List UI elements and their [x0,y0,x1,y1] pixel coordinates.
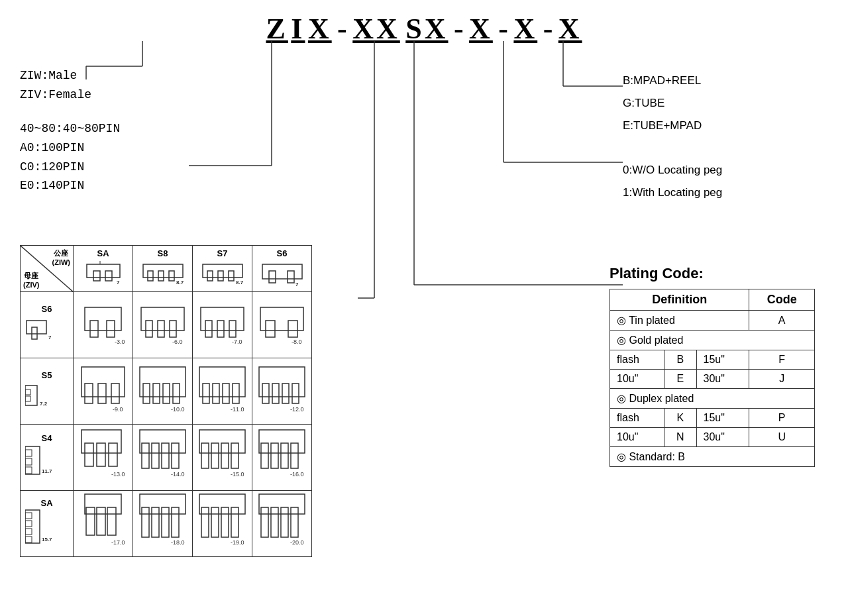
svg-rect-52 [288,321,297,337]
svg-rect-117 [97,507,105,535]
duplex-15u-code: P [749,409,815,428]
plating-table: Definition Code ◎ Tin plated A ◎ Gold pl… [610,289,815,467]
svg-rect-51 [266,321,275,337]
cell-s5-s8: -10.0 [133,358,193,425]
pin-label-3: C0:120PIN [20,158,120,177]
svg-rect-31 [288,271,294,283]
code-dash-4: - [541,13,556,45]
svg-rect-113 [25,537,32,542]
conn-s4-s8: -14.0 [138,427,187,486]
gold-flash-label: flash [610,350,664,370]
conn-s6-s6: -8.0 [257,297,307,350]
row-label-s5: S5 7.2 [21,358,74,425]
svg-rect-29 [262,264,302,279]
gold-15u-code: F [749,350,815,370]
packaging-b: B:MPAD+REEL [623,70,822,92]
svg-text:-12.0: -12.0 [290,406,304,413]
connector-table-section: 公座(ZIW) 母座(ZIV) SA 7 [20,245,312,557]
svg-rect-76 [262,384,269,403]
conn-s4-s7: -15.0 [197,427,247,486]
svg-rect-100 [221,443,229,468]
svg-rect-89 [109,443,117,466]
svg-rect-78 [282,384,289,403]
svg-rect-79 [292,384,299,403]
svg-text:11.7: 11.7 [42,468,52,474]
conn-s5-s7: -11.0 [197,364,247,417]
cell-sa-s7: -19.0 [193,491,252,557]
code-char-sx: SX [405,13,448,45]
svg-rect-136 [291,507,298,537]
cell-s6-s6: -8.0 [252,292,312,358]
svg-rect-86 [81,430,121,453]
gender-labels: ZIW:Male ZIV:Female [20,66,91,105]
sa-header-connector: 7 [80,261,127,287]
table-row-s5: S5 7.2 [21,358,312,425]
plating-title: Plating Code: [610,265,828,282]
code-char-i: I [291,13,305,45]
locating-0: 0:W/O Locating peg [623,159,822,181]
svg-rect-118 [107,507,116,535]
plating-header: Definition Code [610,289,815,311]
code-char-x3: X [513,13,537,45]
svg-rect-134 [271,507,278,537]
sa-row-connector: 15.7 [25,508,68,548]
pin-label-4: E0:140PIN [20,176,120,195]
svg-rect-84 [25,467,32,474]
row-label-sa: SA 15.7 [21,491,74,557]
svg-rect-133 [261,507,268,537]
s5-row-connector: 7.2 [25,380,68,410]
svg-rect-87 [85,443,93,466]
svg-rect-15 [93,271,100,281]
svg-text:-18.0: -18.0 [171,539,185,546]
svg-rect-21 [158,271,164,281]
gold-30u-code: J [749,370,815,389]
svg-rect-37 [90,321,98,337]
gold-10u-label: 10u" [610,370,664,389]
svg-rect-83 [25,458,32,465]
svg-rect-26 [218,271,223,281]
cell-s5-s7: -11.0 [193,358,252,425]
cell-s5-s6: -12.0 [252,358,312,425]
packaging-e: E:TUBE+MPAD [623,115,822,137]
plating-row-standard: ◎ Standard: B [610,447,815,467]
conn-s5-s6: -12.0 [257,364,307,417]
svg-text:-11.0: -11.0 [231,406,244,413]
conn-sa-sa: -17.0 [78,493,128,552]
svg-rect-116 [86,507,95,535]
svg-rect-38 [107,321,115,337]
svg-text:7: 7 [48,334,52,340]
conn-s6-sa: -3.0 [78,297,128,350]
svg-rect-93 [152,443,159,468]
svg-text:-8.0: -8.0 [292,338,302,345]
svg-rect-40 [141,307,184,331]
svg-rect-95 [172,443,179,468]
conn-s6-s7: -7.0 [197,297,247,350]
gold-plated-label: ◎ Gold plated [610,331,815,350]
locating-1: 1:With Locating peg [623,181,822,204]
svg-rect-46 [205,321,212,337]
gold-30u-label: 30u" [696,370,749,389]
plating-section: Plating Code: Definition Code ◎ Tin plat… [610,265,828,467]
gold-15u-label: 15u" [696,350,749,370]
s7-header-connector: 8.7 [199,261,246,287]
svg-rect-107 [291,443,298,468]
col-header-s7: S7 8.7 [193,246,252,292]
svg-rect-16 [105,271,112,281]
svg-rect-22 [169,271,174,281]
table-row-sa: SA 15.7 [21,491,312,557]
cell-s6-sa: -3.0 [74,292,133,358]
duplex-30u-code: U [749,428,815,447]
plating-row-tin: ◎ Tin plated A [610,311,815,331]
conn-s6-s8: -6.0 [138,297,187,350]
svg-rect-122 [152,507,159,537]
cell-sa-s6: -20.0 [252,491,312,557]
svg-rect-121 [142,507,149,537]
svg-rect-70 [203,384,209,403]
table-row-s6: S6 7 -3.0 [21,292,312,358]
pin-label-2: A0:100PIN [20,138,120,158]
plating-row-duplex-2: 10u" N 30u" U [610,428,815,447]
duplex-15u-label: 15u" [696,409,749,428]
svg-text:7.2: 7.2 [40,401,48,407]
svg-rect-48 [229,321,236,337]
svg-text:-9.0: -9.0 [113,406,123,413]
